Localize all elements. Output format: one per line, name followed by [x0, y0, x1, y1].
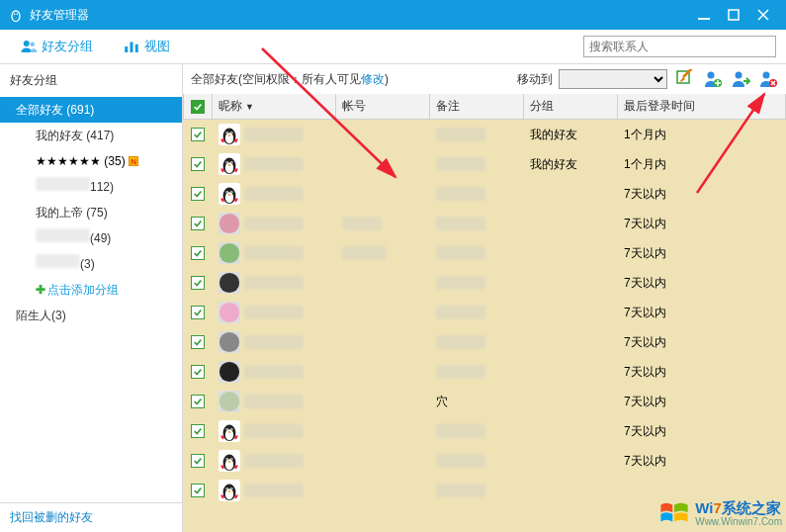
- friend-table: 昵称▼ 帐号 备注 分组 最后登录时间 我的好友1个月内我的好友1个月内7天以内…: [183, 94, 786, 532]
- svg-point-28: [226, 162, 227, 163]
- th-checkbox[interactable]: [183, 94, 213, 119]
- th-nickname[interactable]: 昵称▼: [213, 94, 336, 119]
- table-row[interactable]: 我的好友1个月内: [183, 149, 786, 179]
- svg-point-25: [225, 162, 233, 173]
- group-blur1[interactable]: 112): [0, 174, 182, 200]
- th-account[interactable]: 帐号: [336, 94, 430, 119]
- recover-link[interactable]: 找回被删的好友: [10, 510, 93, 524]
- table-row[interactable]: [183, 476, 786, 505]
- group-blur3[interactable]: (3): [0, 251, 182, 277]
- avatar: [218, 391, 240, 412]
- svg-point-29: [231, 162, 232, 163]
- group-add[interactable]: ✚点击添加分组: [0, 277, 182, 303]
- svg-point-42: [219, 332, 239, 352]
- table-row[interactable]: 7天以内: [183, 416, 786, 446]
- svg-rect-4: [698, 18, 710, 20]
- avatar: [218, 302, 240, 323]
- svg-point-1: [13, 12, 20, 21]
- row-checkbox[interactable]: [191, 454, 205, 468]
- svg-rect-10: [135, 44, 138, 52]
- content-header: 全部好友 (空间权限：所有人可见 修改 ) 移动到: [183, 64, 786, 94]
- group-blur2[interactable]: (49): [0, 225, 182, 251]
- avatar: [218, 331, 240, 353]
- row-checkbox[interactable]: [191, 335, 205, 349]
- table-row[interactable]: 7天以内: [183, 268, 786, 298]
- migrate-friend-icon[interactable]: [731, 69, 750, 89]
- avatar: [218, 183, 240, 205]
- row-checkbox[interactable]: [191, 157, 205, 171]
- svg-point-6: [24, 41, 30, 46]
- delete-friend-icon[interactable]: [758, 69, 778, 89]
- row-checkbox[interactable]: [191, 395, 205, 408]
- table-header: 昵称▼ 帐号 备注 分组 最后登录时间: [183, 94, 786, 120]
- svg-rect-9: [131, 43, 133, 53]
- new-badge-icon: N: [129, 156, 138, 166]
- avatar: [218, 361, 240, 383]
- svg-point-15: [763, 72, 770, 79]
- svg-point-12: [708, 72, 715, 79]
- table-row[interactable]: 7天以内: [183, 238, 786, 268]
- search-input[interactable]: [583, 36, 776, 57]
- group-stranger[interactable]: 陌生人(3): [0, 303, 182, 328]
- svg-point-23: [228, 134, 231, 136]
- svg-point-65: [228, 490, 231, 492]
- window-title: 好友管理器: [30, 7, 689, 24]
- group-myfriends[interactable]: 我的好友 (417): [0, 123, 182, 148]
- svg-point-36: [231, 192, 232, 193]
- th-remark[interactable]: 备注: [430, 94, 524, 119]
- avatar: [218, 153, 240, 175]
- table-row[interactable]: 7天以内: [183, 209, 786, 238]
- avatar: [218, 272, 240, 294]
- th-last-login[interactable]: 最后登录时间: [618, 94, 786, 119]
- svg-point-32: [225, 192, 233, 203]
- svg-point-35: [226, 192, 227, 193]
- view-button[interactable]: 视图: [113, 34, 180, 59]
- svg-point-56: [226, 459, 227, 460]
- group-starred[interactable]: ★★★★★★ (35) N: [0, 148, 182, 174]
- table-row[interactable]: 我的好友1个月内: [183, 120, 786, 149]
- row-checkbox[interactable]: [191, 128, 205, 141]
- group-all[interactable]: 全部好友 (691): [0, 97, 182, 123]
- minimize-button[interactable]: [689, 0, 719, 30]
- group-mygod[interactable]: 我的上帝 (75): [0, 200, 182, 225]
- row-checkbox[interactable]: [191, 276, 205, 290]
- content-title: 全部好友: [191, 71, 238, 88]
- row-checkbox[interactable]: [191, 484, 205, 497]
- table-row[interactable]: 7天以内: [183, 179, 786, 209]
- svg-point-2: [14, 14, 16, 16]
- svg-point-44: [219, 392, 239, 411]
- svg-point-60: [225, 488, 233, 499]
- row-checkbox[interactable]: [191, 365, 205, 379]
- th-group[interactable]: 分组: [524, 94, 618, 119]
- friend-group-button[interactable]: 好友分组: [10, 34, 103, 59]
- table-row[interactable]: 7天以内: [183, 327, 786, 357]
- table-row[interactable]: 穴7天以内: [183, 387, 786, 416]
- table-row[interactable]: 7天以内: [183, 357, 786, 387]
- move-to-label: 移动到: [517, 71, 553, 88]
- plus-icon: ✚: [36, 283, 45, 297]
- perm-label: (空间权限：所有人可见: [238, 71, 361, 88]
- svg-point-21: [226, 133, 227, 133]
- perm-suffix: ): [385, 72, 389, 86]
- move-to-select[interactable]: [559, 69, 667, 89]
- row-checkbox[interactable]: [191, 306, 205, 319]
- edit-icon[interactable]: [675, 69, 695, 89]
- table-row[interactable]: 7天以内: [183, 446, 786, 476]
- svg-point-46: [225, 429, 233, 440]
- table-row[interactable]: 7天以内: [183, 298, 786, 327]
- svg-point-7: [31, 43, 36, 47]
- svg-point-38: [219, 214, 239, 233]
- sidebar-footer: 找回被删的好友: [0, 502, 182, 532]
- row-checkbox[interactable]: [191, 246, 205, 260]
- svg-point-49: [226, 429, 227, 430]
- perm-edit-link[interactable]: 修改: [361, 71, 385, 88]
- maximize-button[interactable]: [719, 0, 748, 30]
- svg-point-14: [736, 72, 742, 79]
- row-checkbox[interactable]: [191, 424, 205, 438]
- row-checkbox[interactable]: [191, 217, 205, 230]
- svg-point-43: [219, 362, 239, 382]
- row-checkbox[interactable]: [191, 187, 205, 201]
- add-friend-icon[interactable]: [703, 69, 723, 89]
- close-button[interactable]: [748, 0, 778, 30]
- chart-icon: [123, 38, 140, 55]
